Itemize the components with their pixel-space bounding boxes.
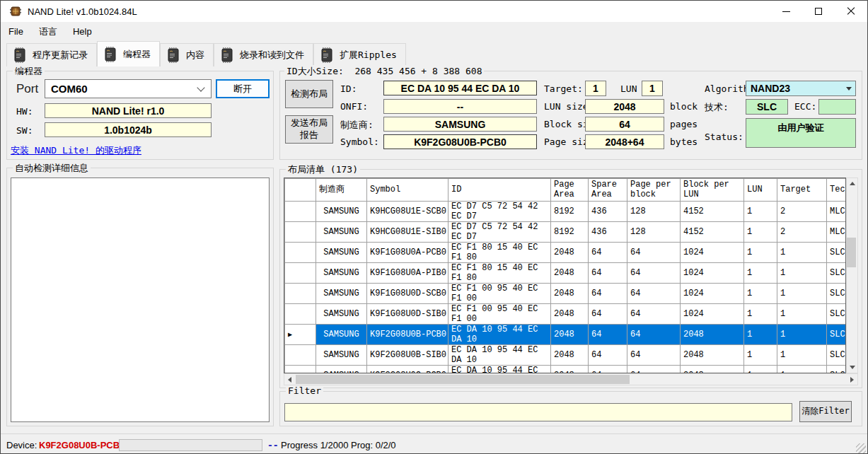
scroll-right-icon[interactable] bbox=[847, 374, 857, 385]
table-cell[interactable]: 64 bbox=[627, 345, 681, 366]
table-cell[interactable]: 1 bbox=[777, 243, 827, 263]
row-selector-cell[interactable] bbox=[285, 243, 316, 263]
table-cell[interactable]: EC D7 C5 72 54 42 EC D7 bbox=[449, 202, 551, 222]
table-cell[interactable]: 2048 bbox=[681, 325, 744, 345]
port-combobox[interactable]: COM60 bbox=[45, 79, 212, 98]
table-cell[interactable]: K9HCG08U1E-SIB0 bbox=[367, 222, 449, 243]
minimize-button[interactable] bbox=[770, 1, 802, 22]
table-cell[interactable]: EC F1 00 95 40 EC F1 00 bbox=[449, 284, 551, 304]
table-cell[interactable]: MLC bbox=[827, 222, 847, 243]
table-cell[interactable]: 64 bbox=[627, 284, 681, 304]
table-cell[interactable]: 64 bbox=[627, 325, 681, 345]
tab-extend-ripples[interactable]: 扩展Ripples bbox=[313, 43, 406, 66]
table-cell[interactable]: 2048 bbox=[551, 366, 589, 374]
table-cell[interactable]: 64 bbox=[627, 366, 681, 374]
table-cell[interactable]: 2048 bbox=[681, 345, 744, 366]
vertical-scrollbar-thumb[interactable] bbox=[847, 238, 856, 267]
column-header[interactable]: Symbol bbox=[367, 179, 449, 202]
row-selector-cell[interactable] bbox=[285, 345, 316, 366]
table-cell[interactable]: 1 bbox=[777, 263, 827, 284]
table-cell[interactable]: SAMSUNG bbox=[316, 222, 367, 243]
row-selector-cell[interactable] bbox=[285, 366, 316, 374]
table-row[interactable]: SAMSUNGK9F1G08U0D-SIB0EC F1 00 95 40 EC … bbox=[285, 304, 847, 325]
row-selector-cell[interactable] bbox=[285, 284, 316, 304]
tab-update-history[interactable]: 程序更新记录 bbox=[6, 43, 97, 66]
algorithm-combobox[interactable]: NAND23 bbox=[746, 81, 856, 96]
table-cell[interactable]: 1024 bbox=[681, 263, 744, 284]
table-cell[interactable]: K9F2G08U0C-PCB0 bbox=[367, 366, 449, 374]
table-cell[interactable]: SAMSUNG bbox=[316, 366, 367, 374]
table-cell[interactable]: 64 bbox=[589, 263, 627, 284]
table-cell[interactable]: 2048 bbox=[551, 304, 589, 325]
column-header[interactable]: Block per LUN bbox=[681, 179, 744, 202]
table-cell[interactable]: SLC bbox=[827, 284, 847, 304]
table-cell[interactable]: SLC bbox=[827, 325, 847, 345]
row-selector-cell[interactable] bbox=[285, 202, 316, 222]
autodetect-log-box[interactable] bbox=[11, 177, 270, 422]
table-row[interactable]: SAMSUNGK9F1G08U0A-PCB0EC F1 80 15 40 EC … bbox=[285, 243, 847, 263]
row-selector-cell[interactable] bbox=[285, 222, 316, 243]
table-cell[interactable]: SLC bbox=[827, 304, 847, 325]
table-cell[interactable]: 1 bbox=[777, 284, 827, 304]
table-cell[interactable]: 64 bbox=[589, 243, 627, 263]
table-cell[interactable]: 2048 bbox=[551, 284, 589, 304]
table-cell[interactable]: 4152 bbox=[681, 222, 744, 243]
table-cell[interactable]: 64 bbox=[627, 304, 681, 325]
table-cell[interactable]: MLC bbox=[827, 202, 847, 222]
table-cell[interactable]: K9F1G08U0D-SIB0 bbox=[367, 304, 449, 325]
table-cell[interactable]: SAMSUNG bbox=[316, 325, 367, 345]
table-cell[interactable]: 64 bbox=[589, 325, 627, 345]
horizontal-scrollbar-thumb[interactable] bbox=[296, 375, 630, 384]
table-row[interactable]: ▶SAMSUNGK9F2G08U0B-PCB0EC DA 10 95 44 EC… bbox=[285, 325, 847, 345]
column-header[interactable]: Target bbox=[777, 179, 827, 202]
maximize-button[interactable] bbox=[802, 1, 835, 22]
table-cell[interactable]: 1 bbox=[744, 304, 777, 325]
table-cell[interactable]: K9F2G08U0B-SIB0 bbox=[367, 345, 449, 366]
row-selector-cell[interactable] bbox=[285, 263, 316, 284]
close-button[interactable] bbox=[835, 1, 867, 22]
table-cell[interactable]: 1 bbox=[744, 345, 777, 366]
table-cell[interactable]: 2 bbox=[777, 202, 827, 222]
filter-input[interactable] bbox=[284, 403, 792, 421]
table-cell[interactable]: EC F1 80 15 40 EC F1 80 bbox=[449, 243, 551, 263]
table-cell[interactable]: 2048 bbox=[551, 263, 589, 284]
menu-language[interactable]: 语言 bbox=[31, 23, 65, 41]
detect-layout-button[interactable]: 检测布局 bbox=[285, 80, 333, 108]
table-cell[interactable]: 64 bbox=[589, 345, 627, 366]
scroll-down-icon[interactable] bbox=[847, 362, 857, 373]
table-row[interactable]: SAMSUNGK9HCG08U1E-SCB0EC D7 C5 72 54 42 … bbox=[285, 202, 847, 222]
table-row[interactable]: SAMSUNGK9F2G08U0C-PCB0EC DA 10 95 44 EC … bbox=[285, 366, 847, 374]
scroll-left-icon[interactable] bbox=[284, 374, 295, 385]
table-cell[interactable]: SLC bbox=[827, 366, 847, 374]
column-header[interactable]: LUN bbox=[744, 179, 777, 202]
column-header[interactable]: Spare Area bbox=[589, 179, 627, 202]
table-cell[interactable]: 8192 bbox=[551, 202, 589, 222]
table-cell[interactable]: 1 bbox=[744, 284, 777, 304]
table-cell[interactable]: 128 bbox=[627, 202, 681, 222]
table-row[interactable]: SAMSUNGK9F1G08U0D-SCB0EC F1 00 95 40 EC … bbox=[285, 284, 847, 304]
table-cell[interactable]: 64 bbox=[627, 243, 681, 263]
table-cell[interactable]: 1 bbox=[777, 366, 827, 374]
clear-filter-button[interactable]: 清除Filter bbox=[799, 401, 852, 422]
table-cell[interactable]: EC F1 00 95 40 EC F1 00 bbox=[449, 304, 551, 325]
table-cell[interactable]: 64 bbox=[589, 284, 627, 304]
table-cell[interactable]: 64 bbox=[627, 263, 681, 284]
table-cell[interactable]: 1024 bbox=[681, 304, 744, 325]
vertical-scrollbar[interactable] bbox=[846, 177, 858, 373]
layout-table-viewport[interactable]: 制造商SymbolIDPage AreaSpare AreaPage per b… bbox=[284, 177, 846, 373]
table-row[interactable]: SAMSUNGK9F2G08U0B-SIB0EC DA 10 95 44 EC … bbox=[285, 345, 847, 366]
table-cell[interactable]: 1 bbox=[777, 325, 827, 345]
table-cell[interactable]: EC DA 10 95 44 EC DA 10 bbox=[449, 366, 551, 374]
table-cell[interactable]: 1 bbox=[744, 202, 777, 222]
table-cell[interactable]: 2 bbox=[777, 222, 827, 243]
table-cell[interactable]: 2048 bbox=[551, 325, 589, 345]
table-cell[interactable]: SAMSUNG bbox=[316, 202, 367, 222]
table-cell[interactable]: K9HCG08U1E-SCB0 bbox=[367, 202, 449, 222]
horizontal-scrollbar[interactable] bbox=[284, 373, 858, 385]
table-cell[interactable]: 1 bbox=[777, 304, 827, 325]
send-layout-report-button[interactable]: 发送布局 报告 bbox=[285, 115, 333, 144]
table-cell[interactable]: SAMSUNG bbox=[316, 284, 367, 304]
table-cell[interactable]: SAMSUNG bbox=[316, 263, 367, 284]
table-cell[interactable]: 2048 bbox=[681, 366, 744, 374]
tab-content[interactable]: 内容 bbox=[160, 43, 214, 66]
